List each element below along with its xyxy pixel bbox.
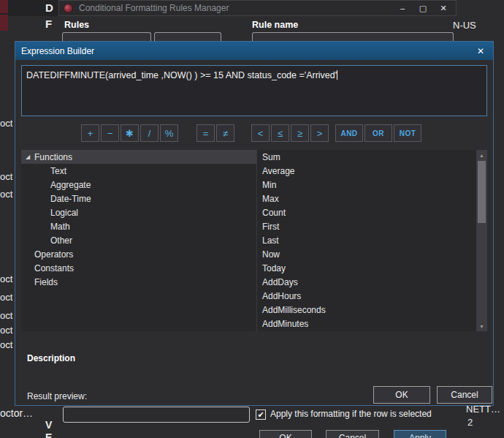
category-tree-item[interactable]: ◢ Functions	[21, 150, 256, 164]
equality-operator-button[interactable]: ≠	[216, 124, 234, 142]
category-tree-item[interactable]: Constants	[21, 261, 256, 275]
scroll-down-icon[interactable]: ▼	[479, 321, 484, 331]
category-tree-item[interactable]: Other	[21, 233, 256, 247]
category-label: Operators	[34, 249, 73, 260]
function-list: Sum Average Min Max Count First Last Now…	[256, 150, 476, 331]
function-list-item[interactable]: AddMinutes	[257, 317, 476, 331]
comparison-operator-button[interactable]: <	[251, 124, 270, 142]
expression-builder-dialog: Expression Builder ✕ DATEDIFFMINUTE(arri…	[15, 41, 494, 406]
equality-operator-group: =≠	[196, 124, 234, 142]
logical-operator-group: ANDORNOT	[335, 124, 421, 142]
category-tree-item[interactable]: Date-Time	[21, 192, 256, 205]
scroll-up-icon[interactable]: ▲	[479, 150, 484, 160]
category-tree-item[interactable]: Operators	[21, 247, 256, 261]
comparison-operator-button[interactable]: >	[310, 124, 329, 142]
function-browser: ◢ Functions Text Aggregate Date-Time	[21, 150, 487, 331]
function-list-item[interactable]: Average	[257, 164, 476, 178]
text-caret	[337, 70, 337, 80]
category-label: Logical	[50, 208, 78, 218]
function-list-item[interactable]: Today	[257, 261, 476, 275]
description-label: Description	[27, 353, 75, 363]
logical-operator-button[interactable]: OR	[364, 124, 392, 142]
logical-operator-button[interactable]: NOT	[394, 124, 421, 142]
comparison-operator-group: <≤≥>	[251, 124, 329, 142]
dialog-titlebar[interactable]: Expression Builder ✕	[15, 42, 493, 60]
comparison-operator-button[interactable]: ≥	[291, 124, 309, 142]
math-operator-button[interactable]: ✱	[121, 124, 139, 142]
manager-cancel-button[interactable]: Cancel	[326, 430, 379, 438]
category-tree-item[interactable]: Fields	[21, 275, 256, 289]
check-icon: ✔	[257, 411, 264, 419]
function-list-item[interactable]: Now	[257, 247, 476, 261]
function-list-item[interactable]: AddDays	[257, 275, 476, 289]
function-list-item[interactable]: Last	[257, 233, 476, 247]
equality-operator-button[interactable]: =	[196, 124, 215, 142]
category-tree-item[interactable]: Aggregate	[21, 178, 256, 192]
category-tree: ◢ Functions Text Aggregate Date-Time	[21, 150, 256, 331]
apply-if-selected-checkbox[interactable]: ✔	[256, 409, 266, 420]
function-list-item[interactable]: AddHours	[257, 289, 476, 303]
dialog-title: Expression Builder	[21, 46, 474, 56]
category-label: Other	[50, 235, 72, 246]
category-tree-item[interactable]: Text	[21, 164, 256, 178]
operator-toolbar: +−✱/% =≠ <≤≥> ANDORNOT	[15, 124, 493, 143]
category-label: Constants	[34, 263, 74, 273]
function-list-scrollbar[interactable]: ▲ ▼	[476, 150, 487, 331]
rule-text-field[interactable]	[63, 407, 250, 423]
math-operator-button[interactable]: +	[81, 124, 99, 142]
category-label: Aggregate	[50, 180, 91, 190]
math-operator-button[interactable]: −	[101, 124, 119, 142]
expression-input[interactable]: DATEDIFFMINUTE(arrived_time ,NOW() ) >= …	[21, 65, 487, 116]
function-list-item[interactable]: Count	[257, 205, 476, 219]
dialog-cancel-button[interactable]: Cancel	[437, 386, 492, 404]
category-label: Fields	[34, 277, 58, 287]
manager-ok-button[interactable]: OK	[259, 430, 312, 438]
function-list-item[interactable]: First	[257, 219, 476, 233]
category-tree-item[interactable]: Logical	[21, 205, 256, 219]
function-list-item[interactable]: AddMilliseconds	[257, 303, 476, 317]
function-list-item[interactable]: Max	[257, 192, 476, 205]
scrollbar-thumb[interactable]	[478, 161, 486, 223]
dialog-ok-button[interactable]: OK	[373, 386, 430, 404]
math-operator-group: +−✱/%	[81, 124, 178, 142]
category-label: Math	[50, 222, 70, 232]
math-operator-button[interactable]: %	[160, 124, 178, 142]
category-label: Functions	[34, 152, 72, 162]
category-label: Date-Time	[50, 194, 91, 204]
logical-operator-button[interactable]: AND	[335, 124, 363, 142]
result-preview-label: Result preview:	[27, 391, 87, 401]
category-tree-item[interactable]: Math	[21, 219, 256, 233]
manager-apply-button[interactable]: Apply	[394, 430, 446, 438]
expression-text: DATEDIFFMINUTE(arrived_time ,NOW() ) >= …	[26, 70, 337, 80]
math-operator-button[interactable]: /	[140, 124, 159, 142]
apply-if-selected-row: ✔ Apply this formatting if the row is se…	[256, 409, 432, 420]
expander-icon[interactable]: ◢	[23, 154, 33, 160]
category-label: Text	[50, 166, 66, 176]
comparison-operator-button[interactable]: ≤	[271, 124, 289, 142]
apply-if-selected-label: Apply this formatting if the row is sele…	[270, 409, 432, 419]
dialog-close-icon[interactable]: ✕	[474, 46, 487, 56]
function-list-item[interactable]: Sum	[257, 150, 476, 164]
function-list-item[interactable]: Min	[257, 178, 476, 192]
